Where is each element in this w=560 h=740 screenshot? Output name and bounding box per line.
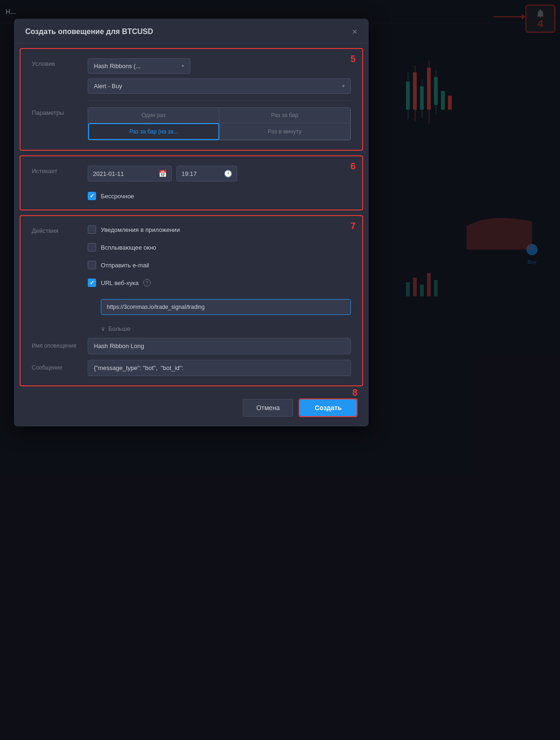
name-field-row: Имя оповещения [32,338,351,354]
message-field-label: Сообщение [32,360,78,371]
email-row: Отправить e-mail [88,261,351,269]
popup-row: Всплывающее окно [88,243,351,251]
date-input[interactable] [93,170,155,177]
step-5-badge: 5 [350,54,356,64]
step-7-badge: 7 [350,221,356,231]
condition-parameters-section: 5 Условие Hash Ribbons (... ▾ Alert - Bu… [20,48,363,151]
app-notification-label: Уведомления в приложении [101,226,180,233]
indicator-dropdown-arrow: ▾ [182,63,184,69]
email-label: Отправить e-mail [101,262,149,269]
calendar-icon: 📅 [159,170,167,177]
popup-checkbox[interactable] [88,243,96,251]
modal-header: Создать оповещение для BTCUSD × [14,19,369,43]
name-field-label: Имя оповещения [32,338,78,349]
modal-close-button[interactable]: × [352,27,357,36]
message-input[interactable] [88,360,351,376]
condition-row: Условие Hash Ribbons (... ▾ Alert - Buy … [32,58,351,94]
create-alert-modal: Создать оповещение для BTCUSD × 5 Услови… [14,19,369,426]
actions-label: Действия [32,225,78,234]
param-per-bar-button[interactable]: Раз за бар [219,108,350,123]
message-field-row: Сообщение [32,360,351,376]
check-icon: ✓ [90,193,94,199]
parameters-grid: Один раз Раз за бар Раз за бар (на за...… [88,107,351,140]
perpetual-checkbox[interactable]: ✓ [88,192,96,200]
parameters-label: Параметры [32,107,78,116]
app-notification-row: Уведомления в приложении [88,225,351,234]
perpetual-row: ✓ Бессрочное [88,192,351,200]
condition-content: Hash Ribbons (... ▾ Alert - Buy ▾ [88,58,351,94]
create-button[interactable]: Создать [300,399,357,416]
email-checkbox[interactable] [88,261,96,269]
webhook-row: ✓ URL веб-хука ? [88,279,351,287]
webhook-help-icon[interactable]: ? [143,279,151,286]
expiry-label: Истекает [32,166,78,175]
time-input[interactable] [182,170,220,177]
cancel-button[interactable]: Отмена [243,399,293,417]
param-once-button[interactable]: Один раз [88,108,219,123]
step-8-badge: 8 [352,387,357,398]
alert-name-input[interactable] [88,338,351,354]
webhook-url-input[interactable] [101,299,351,315]
app-notification-checkbox[interactable] [88,225,96,234]
step-6-badge: 6 [350,161,356,172]
chevron-down-icon: ∨ [101,325,105,332]
alert-type-dropdown[interactable]: Alert - Buy ▾ [88,78,351,94]
clock-icon: 🕐 [224,170,232,177]
param-per-minute-button[interactable]: Раз в минуту [219,123,350,140]
alert-type-value: Alert - Buy [94,83,122,90]
webhook-check-icon: ✓ [90,279,94,286]
webhook-checkbox[interactable]: ✓ [88,279,96,287]
perpetual-label: Бессрочное [101,193,134,200]
expiry-fields: 📅 🕐 [88,166,351,182]
parameters-row: Параметры Один раз Раз за бар Раз за бар… [32,107,351,140]
create-button-border: Создать [299,398,357,417]
more-label: Больше [108,325,131,332]
time-field[interactable]: 🕐 [176,166,237,182]
date-field[interactable]: 📅 [88,166,172,182]
actions-content: Уведомления в приложении Всплывающее окн… [88,225,351,332]
more-link[interactable]: ∨ Больше [101,325,351,332]
expiry-section: 6 Истекает 📅 🕐 [20,155,363,210]
modal-title: Создать оповещение для BTCUSD [25,28,153,36]
alert-dropdown-arrow: ▾ [342,83,345,89]
parameters-content: Один раз Раз за бар Раз за бар (на за...… [88,107,351,140]
actions-section: 7 Действия Уведомления в приложении Вспл… [20,215,363,386]
indicator-dropdown-value: Hash Ribbons (... [94,63,140,70]
expiry-row: Истекает 📅 🕐 ✓ [32,166,351,200]
create-button-wrap: 8 Создать [299,398,357,417]
indicator-dropdown[interactable]: Hash Ribbons (... ▾ [88,58,190,74]
param-per-bar-close-button[interactable]: Раз за бар (на за... [88,123,219,140]
webhook-url-wrap [101,299,351,315]
modal-footer: Отмена 8 Создать [14,391,369,426]
actions-row: Действия Уведомления в приложении Всплыв… [32,225,351,332]
popup-label: Всплывающее окно [101,244,156,251]
divider [88,100,351,101]
expiry-content: 📅 🕐 ✓ Бессрочное [88,166,351,200]
modal-body: 5 Условие Hash Ribbons (... ▾ Alert - Bu… [14,48,369,426]
condition-label: Условие [32,58,78,67]
webhook-label: URL веб-хука [101,279,139,286]
